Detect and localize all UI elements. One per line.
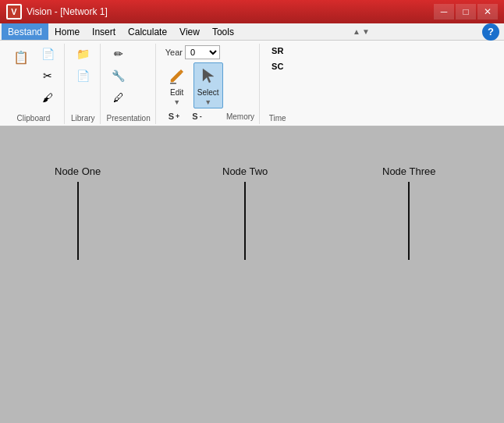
cut-icon: ✂ <box>39 67 56 84</box>
node-two-label: Node Two <box>222 165 268 177</box>
s-minus-icon: S <box>192 112 197 121</box>
select-button[interactable]: Select ▼ <box>193 62 223 108</box>
sr-button[interactable]: SR <box>266 44 289 58</box>
node-three-line <box>408 182 410 260</box>
node-one-line <box>77 182 79 260</box>
paste-button[interactable]: 📋 <box>8 44 34 70</box>
ribbon: 📋 📄 ✂ 🖌 Clipboard <box>0 41 504 126</box>
pres-icon3: 🖊 <box>110 89 127 106</box>
library-btn1[interactable]: 📁 <box>71 44 94 64</box>
format-icon: 🖌 <box>39 89 56 106</box>
copy-icon: 📄 <box>39 45 56 62</box>
library-btn2[interactable]: 📄 <box>71 66 94 86</box>
library-buttons: 📁 📄 <box>71 44 95 112</box>
network-node-three: Node Three <box>382 165 435 260</box>
sc-label: SC <box>272 62 283 71</box>
menu-item-view[interactable]: View <box>173 23 206 40</box>
s-plus-icon: S <box>169 112 174 121</box>
title-bar: V Vision - [Network 1] ─ □ ✕ <box>0 0 504 23</box>
collapse-down-icon: ▼ <box>362 27 370 36</box>
pres-icon2: 🔧 <box>110 67 127 84</box>
network-node-one: Node One <box>55 165 101 260</box>
s-plus-button[interactable]: S+ <box>165 110 183 123</box>
year-label: Year <box>165 48 183 57</box>
pres-btn3[interactable]: 🖊 <box>107 87 130 108</box>
maximize-button[interactable]: □ <box>456 4 476 20</box>
edit-button[interactable]: Edit ▼ <box>162 62 192 108</box>
ribbon-group-clipboard: 📋 📄 ✂ 🖌 Clipboard <box>3 44 65 124</box>
menu-item-home[interactable]: Home <box>48 23 86 40</box>
clipboard-buttons: 📋 📄 ✂ 🖌 <box>8 44 59 112</box>
select-label: Select <box>197 88 219 97</box>
time-label: Time <box>266 112 289 123</box>
presentation-buttons: ✏ 🔧 🖊 <box>107 44 151 112</box>
edit-label: Edit <box>170 88 183 97</box>
collapse-up-icon: ▲ <box>353 27 360 36</box>
s-minus-button[interactable]: S- <box>189 110 204 123</box>
library-icon2: 📄 <box>74 67 91 84</box>
sc-button[interactable]: SC <box>266 59 289 73</box>
title-left: V Vision - [Network 1] <box>6 4 108 20</box>
menu-item-bestand[interactable]: Bestand <box>2 23 48 40</box>
ribbon-content: 📋 📄 ✂ 🖌 Clipboard <box>0 41 504 126</box>
node-three-label: Node Three <box>382 165 435 177</box>
help-button[interactable]: ? <box>482 23 499 41</box>
time-buttons: SR SC <box>266 44 289 112</box>
menu-bar: Bestand Home Insert Calculate View Tools… <box>0 23 504 41</box>
copy-button[interactable]: 📄 <box>36 44 59 64</box>
menu-item-insert[interactable]: Insert <box>86 23 122 40</box>
pres-btn1[interactable]: ✏ <box>107 44 130 64</box>
format-button[interactable]: 🖌 <box>36 87 59 108</box>
ribbon-group-library: 📁 📄 Library <box>66 44 101 124</box>
menu-item-tools[interactable]: Tools <box>206 23 240 40</box>
svg-rect-0 <box>170 83 176 84</box>
cut-button[interactable]: ✂ <box>36 66 59 86</box>
menu-item-calculate[interactable]: Calculate <box>122 23 173 40</box>
network-node-two: Node Two <box>222 165 268 260</box>
presentation-label: Presentation <box>107 112 151 123</box>
node-one-label: Node One <box>55 165 101 177</box>
year-select[interactable]: 0123 <box>185 45 220 59</box>
paste-icon: 📋 <box>10 46 32 68</box>
edit-icon <box>166 65 188 87</box>
close-button[interactable]: ✕ <box>477 4 498 20</box>
minimize-button[interactable]: ─ <box>434 4 454 20</box>
library-label: Library <box>71 112 95 123</box>
pres-btn2[interactable]: 🔧 <box>107 66 130 86</box>
ribbon-collapse-button[interactable]: ▲ ▼ <box>351 27 371 36</box>
ribbon-group-memory: Year 0123 <box>158 44 260 124</box>
window-controls: ─ □ ✕ <box>434 4 498 20</box>
ribbon-group-time: SR SC Time <box>261 44 293 124</box>
canvas-area[interactable]: Node One Node Two Node Three <box>0 126 504 423</box>
year-control: Year 0123 <box>162 44 223 62</box>
select-icon <box>197 65 219 87</box>
window-title: Vision - [Network 1] <box>27 6 108 17</box>
svg-marker-1 <box>203 69 214 83</box>
sr-label: SR <box>272 46 283 55</box>
clipboard-label: Clipboard <box>8 112 59 123</box>
pres-icon1: ✏ <box>110 45 127 62</box>
library-icon1: 📁 <box>74 45 91 62</box>
app-icon: V <box>6 4 22 20</box>
memory-label: Memory <box>226 111 254 121</box>
ribbon-group-presentation: ✏ 🔧 🖊 Presentation <box>102 44 156 124</box>
node-two-line <box>244 182 246 260</box>
